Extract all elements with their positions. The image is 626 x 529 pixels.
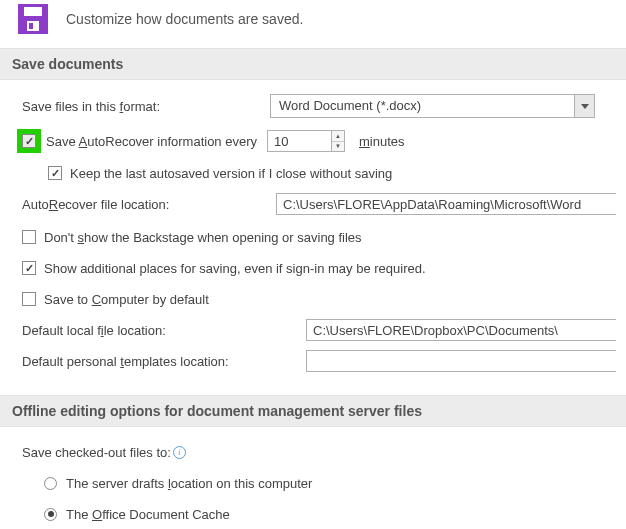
keep-last-label: Keep the last autosaved version if I clo… xyxy=(70,166,392,181)
default-templates-label: Default personal templates location: xyxy=(22,354,306,369)
server-drafts-radio[interactable] xyxy=(44,477,57,490)
save-computer-checkbox[interactable] xyxy=(22,292,36,306)
autorecover-minutes-spinner[interactable]: ▲ ▼ xyxy=(267,130,345,152)
autorecover-highlight xyxy=(17,129,41,153)
page-header: Customize how documents are saved. xyxy=(0,0,626,48)
autorecover-minutes-input[interactable] xyxy=(268,131,331,151)
autorecover-checkbox[interactable] xyxy=(22,134,36,148)
autorecover-location-input[interactable] xyxy=(276,193,616,215)
chevron-down-icon[interactable] xyxy=(574,95,594,117)
info-icon[interactable]: i xyxy=(173,446,186,459)
save-checked-out-label: Save checked-out files to: xyxy=(22,445,171,460)
keep-last-checkbox[interactable] xyxy=(48,166,62,180)
minutes-label: minutes xyxy=(359,134,405,149)
save-format-label: Save files in this format: xyxy=(22,99,270,114)
backstage-checkbox[interactable] xyxy=(22,230,36,244)
save-format-value: Word Document (*.docx) xyxy=(271,95,574,117)
section-save-documents: Save documents xyxy=(0,48,626,80)
office-cache-radio-label: The Office Document Cache xyxy=(66,507,230,522)
additional-places-checkbox[interactable] xyxy=(22,261,36,275)
save-format-dropdown[interactable]: Word Document (*.docx) xyxy=(270,94,595,118)
spinner-up-icon[interactable]: ▲ xyxy=(332,131,344,142)
backstage-label: Don't show the Backstage when opening or… xyxy=(44,230,362,245)
additional-places-label: Show additional places for saving, even … xyxy=(44,261,426,276)
default-local-label: Default local file location: xyxy=(22,323,306,338)
spinner-down-icon[interactable]: ▼ xyxy=(332,142,344,152)
header-description: Customize how documents are saved. xyxy=(66,11,303,27)
save-computer-label: Save to Computer by default xyxy=(44,292,209,307)
autorecover-location-label: AutoRecover file location: xyxy=(22,197,276,212)
section-offline-editing: Offline editing options for document man… xyxy=(0,395,626,427)
default-templates-input[interactable] xyxy=(306,350,616,372)
server-drafts-radio-label: The server drafts location on this compu… xyxy=(66,476,312,491)
save-disk-icon xyxy=(18,4,48,34)
autorecover-label: Save AutoRecover information every xyxy=(46,134,257,149)
office-cache-radio[interactable] xyxy=(44,508,57,521)
default-local-input[interactable] xyxy=(306,319,616,341)
